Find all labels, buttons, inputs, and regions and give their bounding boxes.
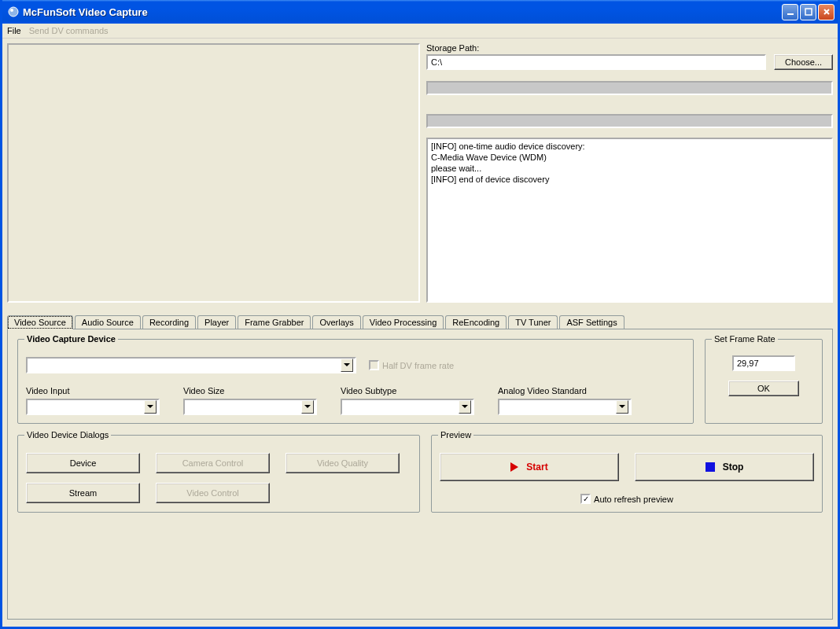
group-preview: Preview Start Stop [431,435,823,513]
tab-strip: Video Source Audio Source Recording Play… [7,315,833,329]
start-button[interactable]: Start [440,453,619,481]
auto-refresh-checkbox[interactable]: Auto refresh preview [580,494,673,504]
stream-button[interactable]: Stream [26,483,140,503]
tabs-area: Video Source Audio Source Recording Play… [7,315,833,620]
frame-rate-legend: Set Frame Rate [712,334,778,344]
video-control-button: Video Control [156,483,270,503]
tab-asf-settings[interactable]: ASF Settings [559,315,624,329]
tab-panel-video-source: Video Capture Device Half DV frame rate [7,329,833,620]
video-input-label: Video Input [26,386,160,395]
video-subtype-combo[interactable] [341,399,474,415]
menubar: File Send DV commands [2,24,838,39]
stop-label: Stop [723,462,744,473]
group-video-capture-legend: Video Capture Device [24,334,118,344]
tab-video-processing[interactable]: Video Processing [363,315,444,329]
frame-rate-ok-button[interactable]: OK [728,381,799,396]
chevron-down-icon [301,400,314,414]
content-area: Storage Path: Choose... [INFO] one-time … [2,39,838,627]
stop-button[interactable]: Stop [635,453,814,481]
maximize-button[interactable] [800,4,816,20]
app-icon [7,6,20,18]
video-quality-button: Video Quality [286,453,400,473]
svg-rect-2 [787,13,794,15]
tab-frame-grabber[interactable]: Frame Grabber [238,315,311,329]
video-preview-pane [7,43,420,303]
tab-audio-source[interactable]: Audio Source [75,315,141,329]
close-button[interactable] [818,4,834,20]
menu-send-dv: Send DV commands [29,26,109,35]
start-label: Start [526,462,547,473]
svg-point-1 [10,9,13,12]
analog-standard-combo[interactable] [498,399,632,415]
right-top-panel: Storage Path: Choose... [INFO] one-time … [426,43,833,303]
video-size-combo[interactable] [183,399,317,415]
group-frame-rate: Set Frame Rate OK [705,339,823,424]
stop-icon [706,462,715,472]
device-button[interactable]: Device [26,453,140,473]
chevron-down-icon [459,400,471,414]
storage-path-input[interactable] [426,54,766,70]
preview-legend: Preview [438,430,473,440]
tab-overlays[interactable]: Overlays [312,315,360,329]
group-video-device-dialogs: Video Device Dialogs Device Camera Contr… [17,435,420,513]
tab-reencoding[interactable]: ReEncoding [445,315,507,329]
window-title: McFunSoft Video Capture [23,6,782,18]
tab-video-source[interactable]: Video Source [7,315,73,329]
top-area: Storage Path: Choose... [INFO] one-time … [7,43,833,303]
log-output[interactable]: [INFO] one-time audio device discovery: … [426,138,833,303]
choose-button[interactable]: Choose... [774,54,833,70]
menu-file[interactable]: File [7,26,21,35]
video-subtype-label: Video Subtype [341,386,474,395]
chevron-down-icon [341,359,353,372]
auto-refresh-label: Auto refresh preview [594,495,673,504]
capture-device-combo[interactable] [26,357,356,373]
progress-bar-2 [426,114,833,128]
svg-rect-3 [805,9,812,15]
play-icon [510,462,518,472]
storage-path-row: Storage Path: Choose... [426,43,833,70]
half-dv-checkbox: Half DV frame rate [369,360,454,370]
storage-path-label: Storage Path: [426,43,833,53]
tab-tv-tuner[interactable]: TV Tuner [508,315,558,329]
tab-recording[interactable]: Recording [142,315,196,329]
video-size-label: Video Size [183,386,317,395]
window-controls [782,4,834,20]
svg-point-0 [9,7,18,17]
chevron-down-icon [616,400,628,414]
tab-player[interactable]: Player [197,315,236,329]
frame-rate-input[interactable] [732,355,795,371]
group-video-capture-device: Video Capture Device Half DV frame rate [17,339,694,424]
camera-control-button: Camera Control [156,453,270,473]
half-dv-label: Half DV frame rate [382,361,454,370]
analog-standard-label: Analog Video Standard [498,386,632,395]
dialogs-legend: Video Device Dialogs [24,430,111,440]
video-input-combo[interactable] [26,399,160,415]
chevron-down-icon [144,400,157,414]
progress-bar-1 [426,81,833,95]
app-window: McFunSoft Video Capture File Send DV com… [0,0,840,629]
titlebar: McFunSoft Video Capture [2,0,838,24]
minimize-button[interactable] [782,4,798,20]
